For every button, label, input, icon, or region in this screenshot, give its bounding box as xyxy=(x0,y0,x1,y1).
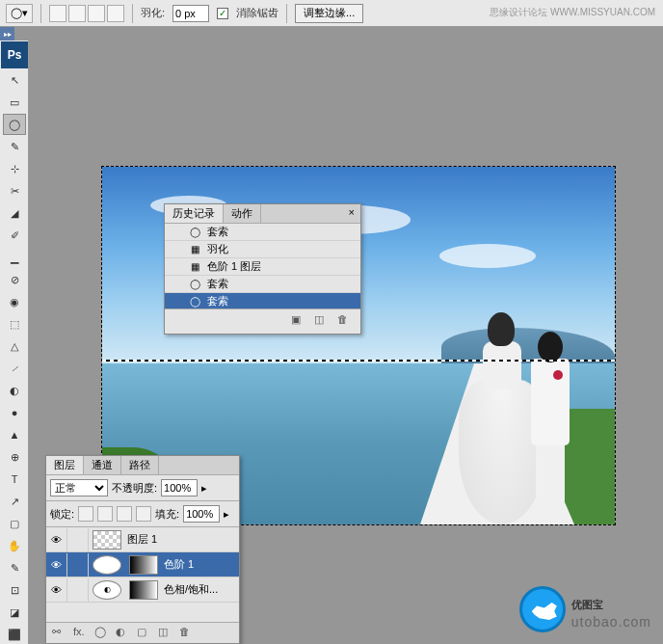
tool-button[interactable]: ↖ xyxy=(3,69,26,91)
tool-button[interactable]: ✋ xyxy=(3,535,26,556)
watermark-text: 优图宝 xyxy=(571,589,651,614)
adjustment-layer-icon[interactable]: ◐ xyxy=(116,626,131,641)
tools-sidebar: Ps ↖▭◯✎⊹✂◢✐▁⊘◉⬚△⟋◐●▲⊕T↗▢✋✎⊡◪⬛ xyxy=(0,40,29,644)
history-item-label: 套索 xyxy=(207,277,228,291)
layer-name-label[interactable]: 图层 1 xyxy=(125,532,239,547)
layer-thumbnail[interactable] xyxy=(93,530,121,550)
layer-item[interactable]: 👁◐色相/饱和... xyxy=(46,577,239,603)
layer-thumbnail[interactable]: ◐ xyxy=(93,580,121,600)
history-panel-tabs: 历史记录 动作 × xyxy=(165,204,360,224)
layer-style-icon[interactable]: fx. xyxy=(73,626,89,641)
link-layers-icon[interactable]: ⚯ xyxy=(52,626,67,641)
watermark-top: 思缘设计论坛 WWW.MISSYUAN.COM xyxy=(490,6,655,19)
layer-name-label[interactable]: 色相/饱和... xyxy=(162,582,239,597)
selection-marquee xyxy=(102,360,615,362)
refine-edge-button[interactable]: 调整边缘... xyxy=(295,4,363,23)
selection-add-button[interactable] xyxy=(68,5,86,22)
selection-subtract-button[interactable] xyxy=(88,5,105,22)
link-column[interactable] xyxy=(67,578,89,602)
opacity-arrow-icon[interactable]: ▸ xyxy=(201,482,207,495)
antialias-checkbox[interactable] xyxy=(217,8,228,19)
lock-all-button[interactable] xyxy=(136,506,151,522)
tab-actions[interactable]: 动作 xyxy=(224,204,261,223)
history-item[interactable]: ◯套索 xyxy=(165,293,360,309)
tool-button[interactable]: ▁ xyxy=(3,247,26,268)
history-item[interactable]: ▦色阶 1 图层 xyxy=(165,258,360,276)
tool-button[interactable]: ⊕ xyxy=(3,446,26,468)
link-column[interactable] xyxy=(67,553,89,577)
visibility-toggle-icon[interactable]: 👁 xyxy=(46,528,67,551)
fill-input[interactable] xyxy=(183,505,220,523)
tool-button[interactable]: ◐ xyxy=(3,380,26,401)
history-item-label: 套索 xyxy=(207,294,228,309)
history-step-icon: ▦ xyxy=(188,260,201,274)
selection-new-button[interactable] xyxy=(49,5,66,22)
layer-mask-thumbnail[interactable] xyxy=(129,555,158,575)
tool-button[interactable]: ✎ xyxy=(3,557,26,578)
history-item[interactable]: ▦羽化 xyxy=(165,241,360,258)
watermark-bottom: 优图宝 utobao.com xyxy=(519,586,651,632)
tool-button[interactable]: ◪ xyxy=(3,602,26,623)
layer-blend-controls: 正常 不透明度: ▸ xyxy=(46,475,239,501)
tool-button[interactable]: ⟋ xyxy=(3,358,26,379)
tool-button[interactable]: ⊘ xyxy=(3,269,26,290)
selection-intersect-button[interactable] xyxy=(107,5,124,22)
tool-button[interactable]: T xyxy=(3,469,26,490)
new-document-icon[interactable]: ◫ xyxy=(314,313,330,329)
history-list: ◯套索▦羽化▦色阶 1 图层◯套索◯套索 xyxy=(165,224,360,309)
tool-button[interactable]: ▲ xyxy=(3,424,26,445)
tool-button[interactable]: ⊹ xyxy=(3,158,26,179)
history-step-icon: ▦ xyxy=(188,243,201,256)
history-item[interactable]: ◯套索 xyxy=(165,276,360,293)
blend-mode-select[interactable]: 正常 xyxy=(50,479,108,496)
tool-preset-dropdown[interactable]: ◯▾ xyxy=(6,4,33,23)
delete-layer-icon[interactable]: 🗑 xyxy=(179,626,195,641)
history-item-label: 套索 xyxy=(207,225,228,239)
opacity-label: 不透明度: xyxy=(112,481,157,496)
history-step-icon: ◯ xyxy=(188,295,201,309)
layers-list: 👁图层 1👁◐色阶 1👁◐色相/饱和... xyxy=(46,527,239,603)
history-item[interactable]: ◯套索 xyxy=(165,224,360,241)
lock-pixels-button[interactable] xyxy=(97,506,113,522)
tool-button[interactable]: ◯ xyxy=(3,114,26,135)
tool-button[interactable]: ↗ xyxy=(3,491,26,512)
lock-transparency-button[interactable] xyxy=(78,506,93,522)
tool-button[interactable]: ▢ xyxy=(3,513,26,534)
fill-arrow-icon[interactable]: ▸ xyxy=(224,508,229,521)
tool-button[interactable]: ▭ xyxy=(3,92,26,113)
visibility-toggle-icon[interactable]: 👁 xyxy=(46,553,67,577)
link-column[interactable] xyxy=(67,528,89,551)
tool-button[interactable]: ⬛ xyxy=(3,624,26,644)
layer-mask-icon[interactable]: ◯ xyxy=(94,626,110,641)
trash-icon[interactable]: 🗑 xyxy=(337,313,353,329)
tool-button[interactable]: ⬚ xyxy=(3,313,26,335)
feather-input[interactable] xyxy=(172,5,209,22)
tool-button[interactable]: ⊡ xyxy=(3,579,26,601)
antialias-label: 消除锯齿 xyxy=(236,6,278,20)
tool-button[interactable]: ● xyxy=(3,402,26,423)
layer-mask-thumbnail[interactable] xyxy=(129,580,158,600)
layer-item[interactable]: 👁◐色阶 1 xyxy=(46,552,239,577)
lock-position-button[interactable] xyxy=(117,506,132,522)
layer-item[interactable]: 👁图层 1 xyxy=(46,527,239,552)
layer-thumbnail[interactable]: ◐ xyxy=(93,555,121,575)
tool-button[interactable]: ✂ xyxy=(3,180,26,201)
tool-button[interactable]: △ xyxy=(3,335,26,357)
tool-button[interactable]: ✎ xyxy=(3,136,26,157)
tool-button[interactable]: ◉ xyxy=(3,291,26,312)
layer-name-label[interactable]: 色阶 1 xyxy=(162,557,239,572)
tool-button[interactable]: ✐ xyxy=(3,225,26,246)
snapshot-icon[interactable]: ▣ xyxy=(291,313,306,329)
tab-paths[interactable]: 路径 xyxy=(121,456,159,474)
panel-close-button[interactable]: × xyxy=(343,204,360,223)
expand-panels-button[interactable]: ▸▸ xyxy=(0,27,14,40)
new-layer-icon[interactable]: ◫ xyxy=(158,626,173,641)
tab-channels[interactable]: 通道 xyxy=(84,456,121,474)
opacity-input[interactable] xyxy=(161,479,198,496)
layer-group-icon[interactable]: ▢ xyxy=(137,626,152,641)
tab-layers[interactable]: 图层 xyxy=(46,456,84,474)
image-cloud xyxy=(439,244,536,268)
tab-history[interactable]: 历史记录 xyxy=(165,204,224,223)
visibility-toggle-icon[interactable]: 👁 xyxy=(46,578,67,602)
tool-button[interactable]: ◢ xyxy=(3,202,26,224)
